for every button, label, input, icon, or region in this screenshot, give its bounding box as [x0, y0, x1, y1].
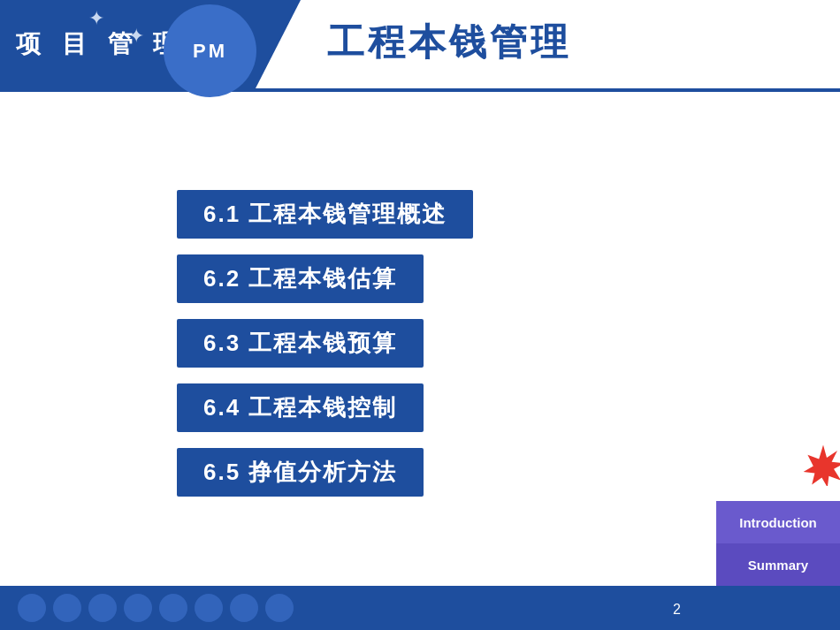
page-number: 2	[673, 602, 681, 618]
svg-marker-0	[804, 445, 840, 486]
main-content: 6.1 工程本钱管理概述 6.2 工程本钱估算 6.3 工程本钱预算 6.4 工…	[0, 101, 840, 586]
introduction-button[interactable]: Introduction	[716, 501, 840, 543]
pm-circle: PM	[164, 4, 256, 97]
footer-circles	[18, 594, 294, 622]
footer-circle-4	[124, 594, 152, 622]
footer-circle-7	[230, 594, 258, 622]
footer-circle-3	[88, 594, 117, 622]
star-decoration-2: ✦	[128, 25, 144, 48]
summary-button[interactable]: Summary	[716, 543, 840, 586]
header-divider	[0, 88, 840, 92]
page-title: 工程本钱管理	[327, 18, 822, 67]
pm-label: PM	[193, 40, 227, 63]
menu-item-2[interactable]: 6.2 工程本钱估算	[177, 254, 424, 303]
starburst-icon	[802, 444, 840, 486]
right-nav: Introduction Summary	[716, 501, 840, 586]
star-decoration-1: ✦	[88, 7, 104, 30]
footer-circle-5	[159, 594, 187, 622]
footer-circle-2	[53, 594, 81, 622]
footer-circle-6	[195, 594, 223, 622]
menu-item-5[interactable]: 6.5 挣值分析方法	[177, 448, 424, 497]
logo-text: 项 目 管 理	[16, 27, 185, 61]
footer: 2	[0, 586, 840, 630]
footer-circle-8	[265, 594, 294, 622]
menu-item-3[interactable]: 6.3 工程本钱预算	[177, 319, 424, 368]
header: 项 目 管 理 ✦ ✦ PM 工程本钱管理	[0, 0, 840, 97]
menu-item-1[interactable]: 6.1 工程本钱管理概述	[177, 190, 473, 239]
footer-circle-1	[18, 594, 46, 622]
menu-item-4[interactable]: 6.4 工程本钱控制	[177, 383, 424, 432]
